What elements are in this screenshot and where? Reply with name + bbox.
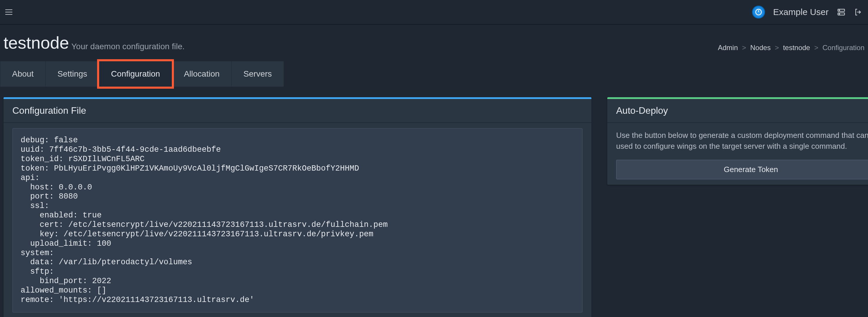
page-title: testnode bbox=[3, 31, 69, 54]
tab-servers[interactable]: Servers bbox=[231, 61, 284, 87]
panel-configuration-file: Configuration File debug: false uuid: 7f… bbox=[3, 97, 591, 317]
power-icon bbox=[755, 8, 763, 16]
breadcrumb-current: Configuration bbox=[823, 43, 865, 53]
panel-autodeploy-title: Auto-Deploy bbox=[607, 99, 868, 123]
menu-icon[interactable] bbox=[5, 9, 12, 15]
autodeploy-description: Use the button below to generate a custo… bbox=[616, 128, 868, 160]
tab-configuration-label: Configuration bbox=[111, 69, 160, 78]
tab-allocation[interactable]: Allocation bbox=[172, 61, 231, 87]
server-icon[interactable] bbox=[837, 8, 846, 17]
page-subtitle: Your daemon configuration file. bbox=[71, 41, 185, 52]
svg-point-5 bbox=[839, 13, 840, 15]
panel-configuration-title: Configuration File bbox=[3, 99, 591, 123]
logout-icon[interactable] bbox=[854, 8, 863, 17]
tab-configuration[interactable]: Configuration bbox=[99, 61, 172, 87]
breadcrumb-node[interactable]: testnode bbox=[783, 43, 810, 53]
breadcrumb: Admin > Nodes > testnode > Configuration bbox=[718, 43, 865, 54]
panel-auto-deploy: Auto-Deploy Use the button below to gene… bbox=[607, 97, 868, 185]
content-row: Configuration File debug: false uuid: 7f… bbox=[0, 87, 868, 317]
svg-point-4 bbox=[839, 10, 840, 11]
config-yaml[interactable]: debug: false uuid: 7ff46c7b-3bb5-4f44-9c… bbox=[12, 128, 583, 312]
page-header: testnode Your daemon configuration file.… bbox=[0, 25, 868, 61]
avatar[interactable] bbox=[752, 6, 765, 19]
chevron-right-icon: > bbox=[814, 43, 818, 53]
chevron-right-icon: > bbox=[742, 43, 746, 53]
chevron-right-icon: > bbox=[775, 43, 779, 53]
breadcrumb-nodes[interactable]: Nodes bbox=[750, 43, 771, 53]
topbar: Example User bbox=[0, 0, 868, 25]
tab-about[interactable]: About bbox=[0, 61, 45, 87]
generate-token-button[interactable]: Generate Token bbox=[616, 160, 868, 179]
tab-settings[interactable]: Settings bbox=[45, 61, 99, 87]
username[interactable]: Example User bbox=[773, 6, 829, 18]
breadcrumb-admin[interactable]: Admin bbox=[718, 43, 738, 53]
tabs: About Settings Configuration Allocation … bbox=[0, 61, 868, 87]
